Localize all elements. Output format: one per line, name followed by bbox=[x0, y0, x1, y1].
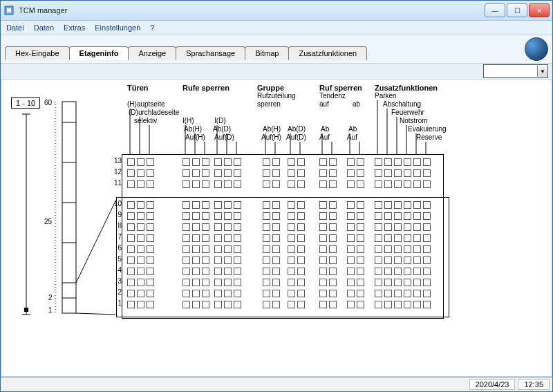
checkbox[interactable] bbox=[413, 245, 421, 253]
checkbox[interactable] bbox=[224, 158, 232, 166]
menu-einstellungen[interactable]: Einstellungen bbox=[95, 24, 140, 32]
checkbox[interactable] bbox=[297, 301, 305, 308]
checkbox[interactable] bbox=[137, 223, 144, 231]
checkbox[interactable] bbox=[202, 212, 209, 220]
checkbox[interactable] bbox=[404, 180, 411, 188]
checkbox[interactable] bbox=[214, 234, 222, 242]
checkbox[interactable] bbox=[147, 158, 154, 166]
checkbox[interactable] bbox=[375, 212, 382, 220]
checkbox[interactable] bbox=[288, 245, 295, 253]
checkbox[interactable] bbox=[413, 223, 421, 231]
checkbox[interactable] bbox=[329, 180, 337, 188]
checkbox[interactable] bbox=[127, 256, 135, 264]
checkbox[interactable] bbox=[347, 180, 355, 188]
checkbox[interactable] bbox=[182, 234, 190, 242]
checkbox[interactable] bbox=[224, 301, 232, 308]
checkbox[interactable] bbox=[357, 212, 364, 220]
checkbox[interactable] bbox=[357, 234, 364, 242]
tab-etageninfo[interactable]: Etageninfo bbox=[69, 46, 129, 60]
checkbox[interactable] bbox=[329, 279, 337, 286]
checkbox[interactable] bbox=[423, 234, 431, 242]
checkbox[interactable] bbox=[384, 290, 392, 297]
checkbox[interactable] bbox=[394, 268, 402, 275]
checkbox[interactable] bbox=[263, 256, 270, 264]
checkbox[interactable] bbox=[272, 169, 280, 177]
checkbox[interactable] bbox=[423, 245, 431, 253]
checkbox[interactable] bbox=[404, 212, 411, 220]
checkbox[interactable] bbox=[375, 268, 382, 275]
checkbox[interactable] bbox=[423, 212, 431, 220]
checkbox[interactable] bbox=[357, 169, 364, 177]
checkbox[interactable] bbox=[375, 245, 382, 253]
checkbox[interactable] bbox=[137, 245, 144, 253]
checkbox[interactable] bbox=[192, 301, 200, 308]
checkbox[interactable] bbox=[182, 201, 190, 209]
tab-sprachansage[interactable]: Sprachansage bbox=[176, 46, 245, 60]
checkbox[interactable] bbox=[384, 180, 392, 188]
checkbox[interactable] bbox=[192, 268, 200, 275]
checkbox[interactable] bbox=[297, 290, 305, 297]
checkbox[interactable] bbox=[234, 212, 241, 220]
checkbox[interactable] bbox=[375, 169, 382, 177]
checkbox[interactable] bbox=[423, 301, 431, 308]
checkbox[interactable] bbox=[147, 223, 154, 231]
checkbox[interactable] bbox=[404, 223, 411, 231]
checkbox[interactable] bbox=[404, 158, 411, 166]
checkbox[interactable] bbox=[202, 201, 209, 209]
checkbox[interactable] bbox=[192, 290, 200, 297]
checkbox[interactable] bbox=[347, 245, 355, 253]
menu-extras[interactable]: Extras bbox=[64, 24, 85, 32]
checkbox[interactable] bbox=[423, 290, 431, 297]
checkbox[interactable] bbox=[272, 268, 280, 275]
checkbox[interactable] bbox=[192, 169, 200, 177]
checkbox[interactable] bbox=[202, 268, 209, 275]
checkbox[interactable] bbox=[384, 234, 392, 242]
checkbox[interactable] bbox=[182, 158, 190, 166]
checkbox[interactable] bbox=[272, 290, 280, 297]
checkbox[interactable] bbox=[214, 268, 222, 275]
checkbox[interactable] bbox=[272, 180, 280, 188]
menu-datei[interactable]: Datei bbox=[6, 24, 24, 32]
checkbox[interactable] bbox=[214, 279, 222, 286]
checkbox[interactable] bbox=[404, 279, 411, 286]
checkbox[interactable] bbox=[224, 290, 232, 297]
checkbox[interactable] bbox=[319, 290, 327, 297]
checkbox[interactable] bbox=[297, 256, 305, 264]
checkbox[interactable] bbox=[137, 279, 144, 286]
checkbox[interactable] bbox=[214, 245, 222, 253]
checkbox[interactable] bbox=[137, 158, 144, 166]
checkbox[interactable] bbox=[394, 212, 402, 220]
checkbox[interactable] bbox=[127, 223, 135, 231]
checkbox[interactable] bbox=[297, 212, 305, 220]
checkbox[interactable] bbox=[297, 169, 305, 177]
checkbox[interactable] bbox=[319, 268, 327, 275]
checkbox[interactable] bbox=[357, 223, 364, 231]
checkbox[interactable] bbox=[375, 158, 382, 166]
checkbox[interactable] bbox=[224, 256, 232, 264]
checkbox[interactable] bbox=[319, 212, 327, 220]
checkbox[interactable] bbox=[423, 158, 431, 166]
checkbox[interactable] bbox=[214, 212, 222, 220]
checkbox[interactable] bbox=[413, 201, 421, 209]
checkbox[interactable] bbox=[319, 234, 327, 242]
checkbox[interactable] bbox=[357, 290, 364, 297]
checkbox[interactable] bbox=[263, 245, 270, 253]
checkbox[interactable] bbox=[147, 180, 154, 188]
checkbox[interactable] bbox=[394, 290, 402, 297]
checkbox[interactable] bbox=[384, 245, 392, 253]
checkbox[interactable] bbox=[127, 301, 135, 308]
checkbox[interactable] bbox=[202, 301, 209, 308]
dropdown-selector[interactable]: ▼ bbox=[483, 64, 548, 78]
checkbox[interactable] bbox=[234, 158, 241, 166]
checkbox[interactable] bbox=[297, 158, 305, 166]
checkbox[interactable] bbox=[329, 268, 337, 275]
checkbox[interactable] bbox=[394, 201, 402, 209]
checkbox[interactable] bbox=[375, 290, 382, 297]
checkbox[interactable] bbox=[413, 158, 421, 166]
checkbox[interactable] bbox=[375, 180, 382, 188]
checkbox[interactable] bbox=[147, 169, 154, 177]
tab-hex[interactable]: Hex-Eingabe bbox=[5, 46, 70, 60]
checkbox[interactable] bbox=[272, 279, 280, 286]
checkbox[interactable] bbox=[384, 223, 392, 231]
checkbox[interactable] bbox=[329, 301, 337, 308]
